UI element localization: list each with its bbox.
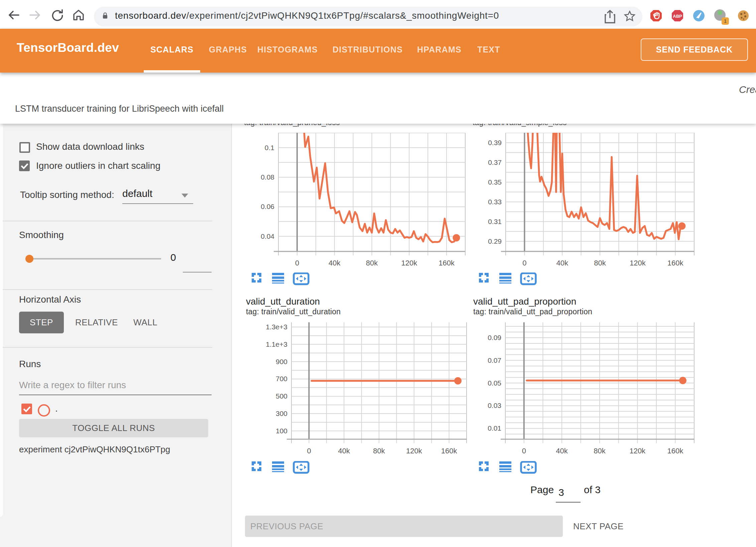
- svg-text:0.06: 0.06: [261, 203, 274, 210]
- svg-text:500: 500: [276, 392, 287, 400]
- svg-text:160k: 160k: [667, 447, 684, 455]
- svg-text:0.09: 0.09: [488, 334, 501, 341]
- svg-text:0.04: 0.04: [261, 232, 274, 240]
- svg-text:0.01: 0.01: [488, 424, 501, 432]
- svg-text:40k: 40k: [329, 259, 341, 267]
- svg-text:160k: 160k: [667, 259, 684, 267]
- svg-text:0.03: 0.03: [488, 402, 501, 409]
- svg-text:0.07: 0.07: [488, 356, 501, 364]
- svg-text:0.1: 0.1: [265, 144, 274, 151]
- svg-text:80k: 80k: [373, 447, 385, 455]
- svg-text:80k: 80k: [594, 447, 606, 455]
- svg-text:120k: 120k: [629, 447, 646, 455]
- svg-text:160k: 160k: [441, 447, 458, 455]
- svg-text:120k: 120k: [406, 447, 422, 455]
- svg-text:0: 0: [295, 259, 299, 267]
- svg-text:80k: 80k: [366, 259, 378, 267]
- svg-text:120k: 120k: [401, 259, 417, 267]
- svg-text:0.37: 0.37: [488, 158, 502, 166]
- svg-text:0.31: 0.31: [488, 218, 502, 225]
- svg-text:0.29: 0.29: [488, 237, 502, 245]
- svg-text:0.35: 0.35: [488, 178, 502, 186]
- svg-text:0.08: 0.08: [261, 173, 274, 181]
- svg-text:1: 1: [724, 18, 727, 24]
- svg-text:0.33: 0.33: [488, 198, 502, 206]
- svg-text:ABP: ABP: [673, 14, 682, 19]
- svg-text:160k: 160k: [438, 259, 455, 267]
- svg-text:80k: 80k: [594, 259, 606, 267]
- svg-text:1.1e+3: 1.1e+3: [266, 340, 287, 348]
- svg-text:0.05: 0.05: [488, 379, 501, 387]
- svg-text:120k: 120k: [630, 259, 646, 267]
- svg-text:900: 900: [276, 358, 287, 365]
- svg-text:300: 300: [276, 410, 287, 417]
- svg-text:0: 0: [522, 447, 526, 455]
- svg-text:0: 0: [522, 259, 526, 267]
- svg-text:40k: 40k: [338, 447, 350, 455]
- svg-text:40k: 40k: [556, 259, 568, 267]
- svg-text:0: 0: [307, 447, 311, 455]
- svg-text:1.3e+3: 1.3e+3: [266, 323, 287, 331]
- svg-text:100: 100: [276, 427, 287, 435]
- svg-text:40k: 40k: [556, 447, 568, 455]
- svg-text:0.39: 0.39: [488, 139, 502, 146]
- svg-text:700: 700: [276, 375, 287, 382]
